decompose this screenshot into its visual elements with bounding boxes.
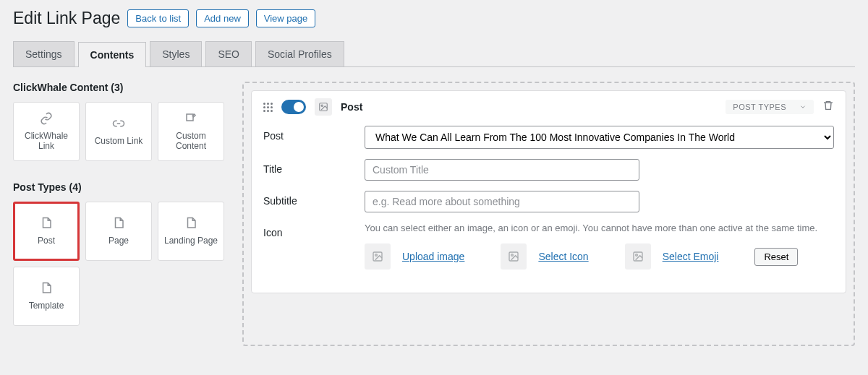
- image-placeholder-icon: [315, 98, 332, 116]
- image-thumb-placeholder: [365, 243, 391, 270]
- trash-icon: [822, 100, 834, 111]
- post-types-dropdown[interactable]: POST TYPES: [726, 100, 814, 114]
- select-emoji-link[interactable]: Select Emoji: [663, 251, 719, 262]
- enable-toggle[interactable]: [281, 100, 306, 114]
- sidebar: ClickWhale Content (3) ClickWhale Link C…: [13, 82, 226, 346]
- group-title-post-types: Post Types (4): [13, 181, 226, 193]
- tile-landing-page[interactable]: Landing Page: [158, 202, 224, 261]
- tile-custom-link[interactable]: Custom Link: [85, 102, 152, 161]
- label-post: Post: [263, 126, 365, 142]
- tile-label: Custom Link: [95, 136, 143, 146]
- tab-contents[interactable]: Contents: [78, 42, 147, 67]
- label-icon: Icon: [263, 223, 365, 238]
- select-icon-link[interactable]: Select Icon: [538, 251, 588, 262]
- svg-point-7: [635, 254, 637, 257]
- chain-link-icon: [40, 112, 53, 125]
- edit-icon: [184, 112, 197, 125]
- tile-clickwhale-link[interactable]: ClickWhale Link: [13, 102, 80, 161]
- title-input[interactable]: [365, 159, 639, 181]
- file-icon: [112, 217, 125, 230]
- delete-button[interactable]: [822, 100, 834, 114]
- chevron-down-icon: [799, 103, 807, 111]
- image-icon: [372, 251, 383, 262]
- file-icon: [40, 282, 53, 295]
- tab-bar: Settings Contents Styles SEO Social Prof…: [13, 41, 855, 67]
- tile-label: Custom Content: [161, 131, 221, 151]
- post-select[interactable]: What We Can All Learn From The 100 Most …: [365, 126, 834, 149]
- tab-styles[interactable]: Styles: [150, 41, 202, 66]
- icon-help-text: You can select either an image, an icon …: [365, 223, 834, 233]
- svg-point-5: [511, 254, 514, 257]
- upload-image-link[interactable]: Upload image: [402, 251, 464, 262]
- content-card-post: Post POST TYPES Post What We Can All Lea…: [251, 90, 846, 293]
- image-icon: [632, 251, 644, 262]
- drag-handle-icon[interactable]: [263, 103, 273, 112]
- image-icon: [508, 251, 519, 262]
- dropdown-label: POST TYPES: [733, 103, 786, 111]
- tile-label: Landing Page: [164, 236, 218, 246]
- file-icon: [40, 217, 53, 230]
- card-type-label: Post: [341, 101, 362, 113]
- tile-post[interactable]: Post: [13, 202, 80, 261]
- label-title: Title: [263, 159, 365, 175]
- back-to-list-button[interactable]: Back to list: [127, 9, 189, 27]
- subtitle-input[interactable]: [365, 191, 639, 212]
- tile-label: Template: [29, 301, 64, 311]
- content-dropzone[interactable]: Post POST TYPES Post What We Can All Lea…: [242, 82, 855, 346]
- tile-template[interactable]: Template: [13, 267, 80, 326]
- svg-point-1: [321, 105, 323, 106]
- tab-settings[interactable]: Settings: [13, 41, 75, 66]
- file-icon: [184, 217, 197, 230]
- tab-seo[interactable]: SEO: [205, 41, 252, 66]
- tab-social-profiles[interactable]: Social Profiles: [255, 41, 344, 66]
- view-page-button[interactable]: View page: [256, 9, 315, 27]
- label-subtitle: Subtitle: [263, 191, 365, 207]
- tile-custom-content[interactable]: Custom Content: [158, 102, 224, 161]
- tile-label: Post: [38, 236, 55, 246]
- page-title: Edit Link Page: [13, 9, 120, 28]
- link-icon: [112, 117, 125, 130]
- group-title-clickwhale: ClickWhale Content (3): [13, 82, 226, 93]
- add-new-button[interactable]: Add new: [196, 9, 249, 27]
- emoji-thumb-placeholder: [625, 243, 651, 270]
- tile-page[interactable]: Page: [85, 202, 152, 261]
- svg-point-3: [375, 254, 378, 257]
- tile-label: ClickWhale Link: [17, 131, 76, 151]
- reset-button[interactable]: Reset: [754, 248, 798, 266]
- icon-thumb-placeholder: [501, 243, 527, 270]
- tile-label: Page: [109, 236, 129, 246]
